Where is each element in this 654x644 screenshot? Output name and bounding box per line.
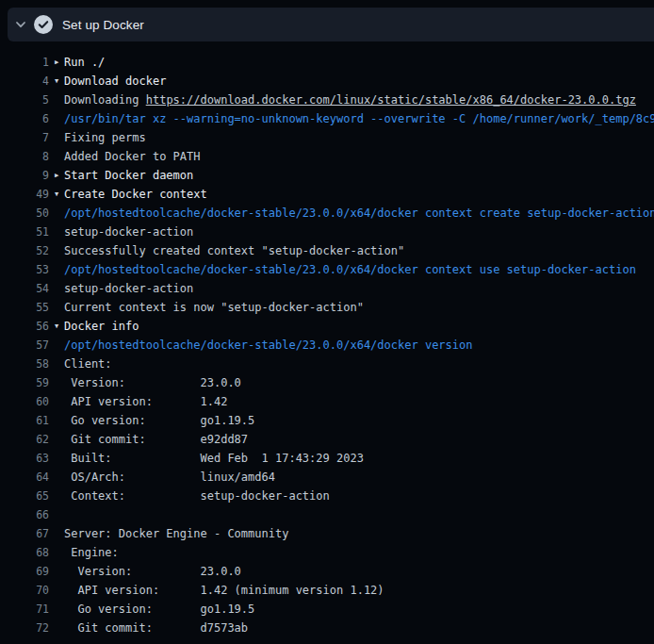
- log-text: setup-docker-action: [64, 223, 193, 241]
- line-number[interactable]: 56: [0, 317, 49, 336]
- line-number[interactable]: 7: [0, 128, 49, 147]
- log-text: API version: 1.42: [64, 392, 227, 411]
- log-line: 58Client:: [0, 355, 654, 373]
- log-text: Fixing perms: [64, 128, 146, 147]
- line-number[interactable]: 58: [0, 355, 49, 373]
- line-number[interactable]: 64: [0, 468, 49, 487]
- caret-expanded-icon: ▼: [49, 72, 64, 91]
- line-number[interactable]: 59: [0, 373, 49, 392]
- line-number[interactable]: 72: [0, 619, 49, 637]
- line-number[interactable]: 5: [0, 91, 49, 109]
- log-url-link[interactable]: https://download.docker.com/linux/static…: [146, 91, 636, 109]
- log-text: Server: Docker Engine - Community: [64, 524, 288, 543]
- log-line: 7Fixing perms: [0, 128, 654, 147]
- chevron-down-icon[interactable]: [8, 8, 34, 41]
- group-title: Start Docker daemon: [64, 166, 193, 185]
- log-text: Current context is now "setup-docker-act…: [64, 298, 364, 317]
- line-number[interactable]: 70: [0, 581, 49, 600]
- log-line: 63 Built: Wed Feb 1 17:43:29 2023: [0, 449, 654, 468]
- log-line: 64 OS/Arch: linux/amd64: [0, 468, 654, 487]
- line-number[interactable]: 49: [0, 185, 49, 204]
- line-number[interactable]: 1: [0, 53, 49, 72]
- log-group-header[interactable]: 9▶Start Docker daemon: [0, 166, 654, 185]
- log-line: 8Added Docker to PATH: [0, 147, 654, 166]
- line-number[interactable]: 53: [0, 260, 49, 279]
- log-line: 71 Go version: go1.19.5: [0, 600, 654, 619]
- log-text: API version: 1.42 (minimum version 1.12): [64, 581, 384, 600]
- log-text: Go version: go1.19.5: [64, 600, 254, 619]
- line-number[interactable]: 4: [0, 72, 49, 91]
- log-line: 68 Engine:: [0, 543, 654, 562]
- line-number[interactable]: 60: [0, 392, 49, 411]
- group-title: Download docker: [64, 72, 166, 91]
- line-number[interactable]: 9: [0, 166, 49, 185]
- log-text: Git commit: e92dd87: [64, 430, 248, 449]
- line-number[interactable]: 62: [0, 430, 49, 449]
- log-line: 66: [0, 505, 654, 524]
- step-header[interactable]: Set up Docker: [8, 8, 654, 41]
- log-line: 52Successfully created context "setup-do…: [0, 241, 654, 260]
- log-text: Successfully created context "setup-dock…: [64, 241, 404, 260]
- log-command-text: /usr/bin/tar xz --warning=no-unknown-key…: [64, 109, 654, 128]
- step-title: Set up Docker: [62, 18, 144, 32]
- line-number[interactable]: 55: [0, 298, 49, 317]
- line-number[interactable]: 63: [0, 449, 49, 468]
- log-text: Added Docker to PATH: [64, 147, 201, 166]
- log-line: 59 Version: 23.0.0: [0, 373, 654, 392]
- log-line: 6/usr/bin/tar xz --warning=no-unknown-ke…: [0, 109, 654, 128]
- line-number[interactable]: 6: [0, 109, 49, 128]
- log-line: 62 Git commit: e92dd87: [0, 430, 654, 449]
- log-group-header[interactable]: 56▼Docker info: [0, 317, 654, 336]
- line-number[interactable]: 57: [0, 336, 49, 355]
- log-line: 70 API version: 1.42 (minimum version 1.…: [0, 581, 654, 600]
- log-viewer[interactable]: 1▶Run ./4▼Download docker5Downloading ht…: [0, 41, 654, 644]
- line-number[interactable]: 69: [0, 562, 49, 581]
- log-text: Downloading: [64, 91, 146, 109]
- log-line: 55Current context is now "setup-docker-a…: [0, 298, 654, 317]
- status-check-icon: [34, 15, 53, 34]
- line-number[interactable]: 50: [0, 204, 49, 223]
- log-command-text: /opt/hostedtoolcache/docker-stable/23.0.…: [64, 260, 636, 279]
- log-command-text: /opt/hostedtoolcache/docker-stable/23.0.…: [64, 336, 472, 355]
- log-text: Version: 23.0.0: [64, 562, 241, 581]
- group-title: Run ./: [64, 53, 105, 72]
- log-line: 60 API version: 1.42: [0, 392, 654, 411]
- line-number[interactable]: 66: [0, 505, 49, 524]
- caret-expanded-icon: ▼: [49, 317, 64, 336]
- line-number[interactable]: 65: [0, 487, 49, 505]
- caret-expanded-icon: ▼: [49, 185, 64, 204]
- group-title: Create Docker context: [64, 185, 207, 204]
- log-line: 53/opt/hostedtoolcache/docker-stable/23.…: [0, 260, 654, 279]
- log-line: 57/opt/hostedtoolcache/docker-stable/23.…: [0, 336, 654, 355]
- caret-collapsed-icon: ▶: [49, 53, 64, 72]
- log-text: Engine:: [64, 543, 119, 562]
- log-text: Go version: go1.19.5: [64, 411, 254, 430]
- log-text: Git commit: d7573ab: [64, 619, 248, 637]
- line-number[interactable]: 54: [0, 279, 49, 298]
- line-number[interactable]: 8: [0, 147, 49, 166]
- log-line: 5Downloading https://download.docker.com…: [0, 91, 654, 109]
- log-group-header[interactable]: 4▼Download docker: [0, 72, 654, 91]
- log-line: 67Server: Docker Engine - Community: [0, 524, 654, 543]
- log-line: 51setup-docker-action: [0, 223, 654, 241]
- log-text: Version: 23.0.0: [64, 373, 241, 392]
- log-group-header[interactable]: 1▶Run ./: [0, 53, 654, 72]
- line-number[interactable]: 61: [0, 411, 49, 430]
- caret-collapsed-icon: ▶: [49, 166, 64, 185]
- line-number[interactable]: 67: [0, 524, 49, 543]
- log-text: Client:: [64, 355, 112, 373]
- log-text: Context: setup-docker-action: [64, 487, 330, 505]
- line-number[interactable]: 68: [0, 543, 49, 562]
- log-command-text: /opt/hostedtoolcache/docker-stable/23.0.…: [64, 204, 654, 223]
- log-group-header[interactable]: 49▼Create Docker context: [0, 185, 654, 204]
- group-title: Docker info: [64, 317, 139, 336]
- log-text: setup-docker-action: [64, 279, 193, 298]
- line-number[interactable]: 52: [0, 241, 49, 260]
- log-line: 54setup-docker-action: [0, 279, 654, 298]
- log-line: 65 Context: setup-docker-action: [0, 487, 654, 505]
- line-number[interactable]: 71: [0, 600, 49, 619]
- log-text: Built: Wed Feb 1 17:43:29 2023: [64, 449, 364, 468]
- log-line: 50/opt/hostedtoolcache/docker-stable/23.…: [0, 204, 654, 223]
- line-number[interactable]: 51: [0, 223, 49, 241]
- log-line: 69 Version: 23.0.0: [0, 562, 654, 581]
